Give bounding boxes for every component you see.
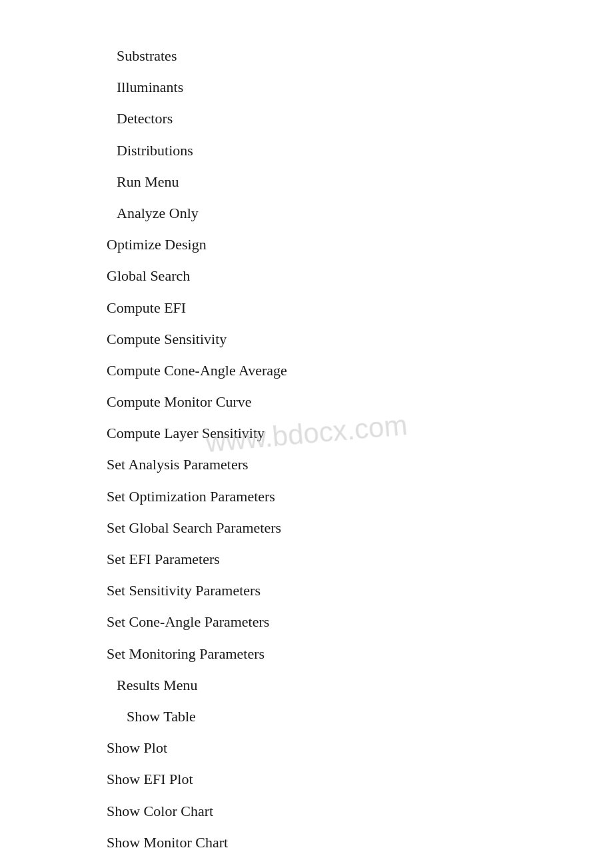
menu-item-run-menu[interactable]: Run Menu — [0, 166, 613, 197]
menu-item-global-search[interactable]: Global Search — [0, 260, 613, 291]
menu-container: SubstratesIlluminantsDetectorsDistributi… — [0, 0, 613, 868]
menu-item-saving-results[interactable]: Saving Results — [0, 858, 613, 868]
menu-item-set-global-search-parameters[interactable]: Set Global Search Parameters — [0, 512, 613, 543]
menu-item-compute-monitor-curve[interactable]: Compute Monitor Curve — [0, 386, 613, 417]
menu-item-show-efi-plot[interactable]: Show EFI Plot — [0, 763, 613, 795]
menu-item-set-sensitivity-parameters[interactable]: Set Sensitivity Parameters — [0, 575, 613, 606]
menu-item-optimize-design[interactable]: Optimize Design — [0, 229, 613, 260]
menu-item-set-efi-parameters[interactable]: Set EFI Parameters — [0, 543, 613, 575]
menu-item-substrates[interactable]: Substrates — [0, 40, 613, 71]
menu-item-show-color-chart[interactable]: Show Color Chart — [0, 795, 613, 827]
menu-item-set-monitoring-parameters[interactable]: Set Monitoring Parameters — [0, 638, 613, 669]
menu-item-compute-cone-angle-average[interactable]: Compute Cone-Angle Average — [0, 355, 613, 386]
menu-item-show-monitor-chart[interactable]: Show Monitor Chart — [0, 827, 613, 858]
menu-item-analyze-only[interactable]: Analyze Only — [0, 197, 613, 229]
menu-item-show-table[interactable]: Show Table — [0, 701, 613, 732]
menu-item-set-cone-angle-parameters[interactable]: Set Cone-Angle Parameters — [0, 606, 613, 637]
menu-item-set-analysis-parameters[interactable]: Set Analysis Parameters — [0, 449, 613, 480]
menu-item-detectors[interactable]: Detectors — [0, 103, 613, 134]
menu-item-compute-sensitivity[interactable]: Compute Sensitivity — [0, 323, 613, 355]
menu-item-set-optimization-parameters[interactable]: Set Optimization Parameters — [0, 481, 613, 512]
menu-item-show-plot[interactable]: Show Plot — [0, 732, 613, 763]
menu-item-results-menu[interactable]: Results Menu — [0, 669, 613, 701]
menu-item-compute-layer-sensitivity[interactable]: Compute Layer Sensitivity — [0, 417, 613, 449]
menu-item-illuminants[interactable]: Illuminants — [0, 71, 613, 103]
menu-item-distributions[interactable]: Distributions — [0, 135, 613, 166]
menu-item-compute-efi[interactable]: Compute EFI — [0, 292, 613, 323]
